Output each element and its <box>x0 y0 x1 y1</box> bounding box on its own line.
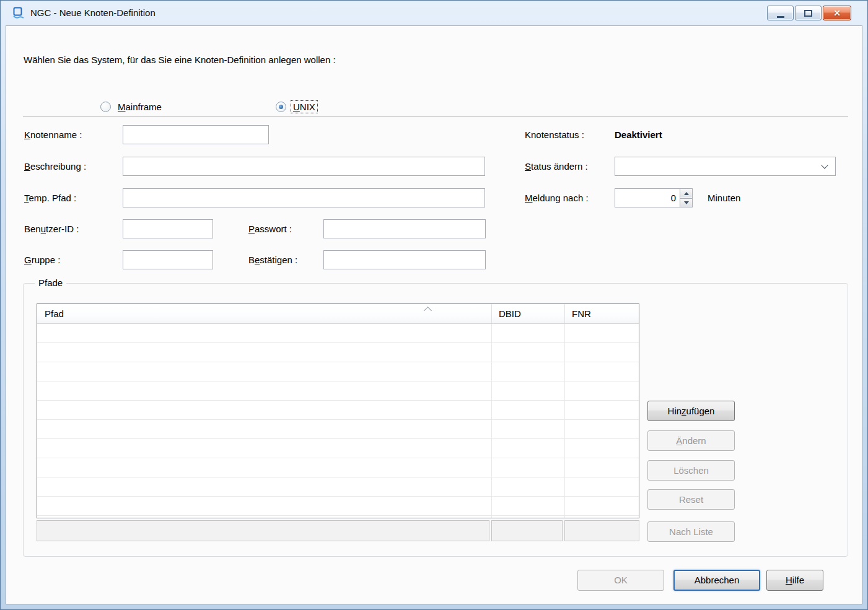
meldung-nach-label: Meldung nach : <box>525 188 589 207</box>
table-row[interactable] <box>37 439 639 458</box>
maximize-button[interactable] <box>795 6 822 20</box>
table-row[interactable] <box>37 458 639 477</box>
spin-down-button[interactable] <box>680 198 692 207</box>
column-header-fnr[interactable]: FNR <box>564 304 591 324</box>
gruppe-label: Gruppe : <box>24 250 60 269</box>
table-footer-cell-fnr <box>564 520 639 541</box>
radio-mainframe[interactable]: Mainframe <box>100 100 164 113</box>
radio-unix-circle <box>276 102 286 112</box>
pfade-group-label: Pfade <box>35 277 66 288</box>
app-icon <box>12 6 25 20</box>
pfade-table-header: Pfad DBID FNR <box>37 304 639 324</box>
spin-up-button[interactable] <box>680 189 692 198</box>
nach-liste-button[interactable]: Nach Liste <box>647 521 735 542</box>
window-title: NGC - Neue Knoten-Definition <box>30 7 156 18</box>
spin-down-icon <box>684 201 689 204</box>
pfade-table: Pfad DBID FNR <box>37 303 639 518</box>
column-gridline <box>564 324 565 518</box>
radio-unix-label: UNIX <box>291 101 317 113</box>
table-row[interactable] <box>37 381 639 401</box>
header-separator <box>491 304 492 323</box>
minuten-label: Minuten <box>708 188 740 207</box>
hinzufuegen-button[interactable]: Hinzufügen <box>647 401 735 421</box>
passwort-label: Passwort : <box>248 219 292 238</box>
status-aendern-combobox[interactable] <box>615 157 836 176</box>
maximize-icon <box>804 10 812 17</box>
bestaetigen-label: Bestätigen : <box>248 250 297 269</box>
table-row[interactable] <box>37 477 639 497</box>
table-footer-cell-dbid <box>491 520 563 541</box>
table-row[interactable] <box>37 401 639 420</box>
minimize-icon <box>777 16 784 18</box>
bestaetigen-input[interactable] <box>323 250 486 269</box>
benutzer-id-label: Benutzer-ID : <box>24 219 79 238</box>
knotenname-input[interactable] <box>123 125 269 144</box>
column-header-dbid[interactable]: DBID <box>491 304 521 324</box>
dialog-window: NGC - Neue Knoten-Definition ✕ Wählen Si… <box>0 0 868 610</box>
meldung-nach-spinner <box>615 188 693 207</box>
knotenstatus-label: Knotenstatus : <box>525 125 584 144</box>
radio-unix[interactable]: UNIX <box>276 100 317 113</box>
column-gridline <box>491 324 492 518</box>
separator-line <box>23 116 848 117</box>
table-footer-cell-pfad <box>37 520 489 541</box>
spin-up-icon <box>684 192 689 195</box>
knotenname-label: Knotenname : <box>24 125 82 144</box>
temp-pfad-input[interactable] <box>123 188 485 207</box>
titlebar[interactable]: NGC - Neue Knoten-Definition ✕ <box>1 1 867 25</box>
aendern-button[interactable]: Ändern <box>647 430 735 451</box>
ok-button[interactable]: OK <box>577 570 664 591</box>
sort-ascending-icon <box>424 307 432 315</box>
close-button[interactable]: ✕ <box>823 6 851 20</box>
status-aendern-value <box>619 157 818 175</box>
meldung-nach-input[interactable] <box>615 189 679 207</box>
reset-button[interactable]: Reset <box>647 489 735 510</box>
benutzer-id-input[interactable] <box>123 219 213 238</box>
instruction-text: Wählen Sie das System, für das Sie eine … <box>24 54 336 65</box>
table-row[interactable] <box>37 420 639 439</box>
beschreibung-input[interactable] <box>123 157 485 176</box>
hilfe-button[interactable]: Hilfe <box>766 570 823 591</box>
table-row[interactable] <box>37 343 639 362</box>
temp-pfad-label: Temp. Pfad : <box>24 188 76 207</box>
pfade-table-rows <box>37 324 639 518</box>
status-aendern-label: Status ändern : <box>525 157 588 176</box>
radio-mainframe-circle <box>100 102 111 112</box>
window-controls: ✕ <box>767 6 851 20</box>
table-row[interactable] <box>37 497 639 516</box>
header-separator <box>564 304 565 323</box>
radio-mainframe-label: Mainframe <box>116 101 164 113</box>
table-row[interactable] <box>37 324 639 343</box>
gruppe-input[interactable] <box>123 250 213 269</box>
loeschen-button[interactable]: Löschen <box>647 460 735 481</box>
chevron-down-icon <box>821 162 828 168</box>
pfade-groupbox: Pfade Pfad DBID FNR Hinzufügen Ändern <box>23 283 848 557</box>
spinner-buttons <box>680 189 692 207</box>
minimize-button[interactable] <box>767 6 794 20</box>
column-header-pfad[interactable]: Pfad <box>37 304 64 324</box>
table-row[interactable] <box>37 362 639 381</box>
beschreibung-label: Beschreibung : <box>24 157 86 176</box>
passwort-input[interactable] <box>323 219 486 238</box>
close-icon: ✕ <box>833 9 841 17</box>
dialog-client-area: Wählen Sie das System, für das Sie eine … <box>6 25 862 604</box>
knotenstatus-value: Deaktiviert <box>615 125 662 144</box>
abbrechen-button[interactable]: Abbrechen <box>673 570 760 591</box>
